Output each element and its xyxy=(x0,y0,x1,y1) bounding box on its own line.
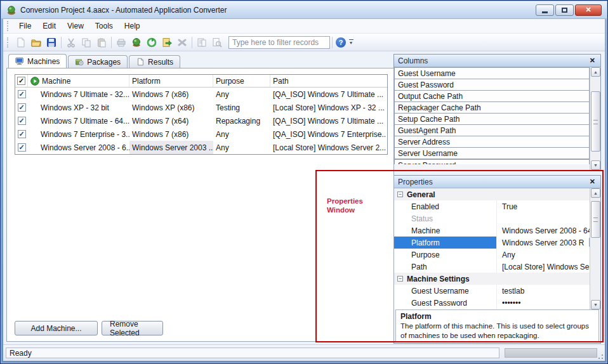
table-row-selected[interactable]: Windows Server 2008 - 6... Windows Serve… xyxy=(15,141,387,154)
help-button[interactable]: ? xyxy=(334,36,347,49)
scroll-thumb[interactable] xyxy=(591,201,600,238)
cut-button[interactable] xyxy=(63,36,79,49)
menu-help[interactable]: Help xyxy=(119,20,146,32)
row-checkbox[interactable] xyxy=(18,117,26,125)
platform-cell-selected[interactable]: Windows Server 2003 ... xyxy=(129,141,213,154)
machines-tab-page: Machine Platform Purpose Path Windows 7 … xyxy=(6,68,394,342)
table-row[interactable]: Windows 7 Ultimate - 64... Windows 7 (x6… xyxy=(15,114,387,127)
column-list-item[interactable]: Repackager Cache Path xyxy=(394,101,590,114)
column-list-item[interactable]: Output Cache Path xyxy=(394,90,590,102)
collapse-icon[interactable]: − xyxy=(397,276,403,282)
run-conversion-button[interactable] xyxy=(144,36,159,49)
new-project-button[interactable] xyxy=(13,36,29,49)
property-value[interactable]: [Local Store] Windows Ser xyxy=(497,261,600,273)
menu-edit[interactable]: Edit xyxy=(37,20,62,32)
column-list-item-partial[interactable]: Server Password xyxy=(394,159,590,164)
menu-file[interactable]: File xyxy=(13,20,37,32)
property-group-machine-settings[interactable]: − Machine Settings xyxy=(394,273,600,285)
title-bar[interactable]: Conversion Project 4.aacx - Automated Ap… xyxy=(1,1,607,19)
package-button[interactable] xyxy=(129,36,144,49)
path-cell: [QA_ISO] Windows 7 Ultimate ... xyxy=(270,114,386,127)
preview-button[interactable] xyxy=(209,36,225,49)
property-row-platform-selected[interactable]: Platform Windows Server 2003 R ▼ xyxy=(394,237,600,249)
purpose-cell: Any xyxy=(213,88,270,101)
tab-packages[interactable]: Packages xyxy=(68,55,128,68)
property-name: Guest Username xyxy=(394,285,497,297)
scroll-down-icon[interactable]: ▼ xyxy=(591,160,600,170)
property-value[interactable]: Any xyxy=(497,249,600,261)
save-project-button[interactable] xyxy=(44,36,59,49)
column-list-item[interactable]: Guest Username xyxy=(394,67,590,79)
property-value[interactable]: testlab xyxy=(497,285,600,297)
open-project-button[interactable] xyxy=(29,36,44,49)
chevron-down-icon: ▾ xyxy=(350,41,352,45)
column-list-item[interactable]: Setup Cache Path xyxy=(394,113,590,125)
row-checkbox[interactable] xyxy=(18,103,26,112)
export-button[interactable] xyxy=(159,36,175,49)
column-header-platform: Platform xyxy=(129,75,213,87)
columns-scrollbar[interactable]: ▲ ▼ xyxy=(590,67,600,170)
scroll-thumb[interactable] xyxy=(591,91,600,152)
column-list-item[interactable]: GuestAgent Path xyxy=(394,124,590,136)
column-list-item[interactable]: Server Username xyxy=(394,147,590,159)
property-row[interactable]: Purpose Any xyxy=(394,249,600,261)
stop-x-icon xyxy=(177,37,187,48)
platform-value-text: Windows Server 2003 R xyxy=(502,238,584,247)
properties-scrollbar[interactable]: ▲ ▼ xyxy=(590,188,600,309)
machine-cell: Windows Server 2008 - 6... xyxy=(28,141,129,154)
tab-machines[interactable]: Machines xyxy=(8,54,67,68)
table-row[interactable]: Windows 7 Enterprise - 3... Windows 7 (x… xyxy=(15,127,387,141)
toolbar-overflow-button[interactable]: ▾ xyxy=(347,36,355,49)
row-checkbox[interactable] xyxy=(18,143,26,152)
row-checkbox[interactable] xyxy=(18,130,26,138)
close-icon[interactable]: ✕ xyxy=(588,178,597,186)
remove-selected-button[interactable]: Remove Selected xyxy=(102,321,163,335)
minimize-button[interactable] xyxy=(536,4,554,16)
property-row[interactable]: Machine Windows Server 2008 - 64 xyxy=(394,224,600,237)
close-icon[interactable]: ✕ xyxy=(588,56,597,65)
copy-button[interactable] xyxy=(79,36,94,49)
column-list-item[interactable]: Server Address xyxy=(394,136,590,148)
resize-grip[interactable] xyxy=(596,352,604,360)
column-list-item[interactable]: Guest Password xyxy=(394,79,590,91)
filter-records-input[interactable] xyxy=(228,36,330,49)
property-value[interactable]: Windows Server 2003 R ▼ xyxy=(497,237,600,249)
property-value[interactable]: ••••••• xyxy=(497,297,600,309)
paste-button[interactable] xyxy=(94,36,109,49)
stop-button[interactable] xyxy=(175,36,190,49)
columns-panel: Columns ✕ Guest Username Guest Password … xyxy=(393,54,601,171)
table-row[interactable]: Windows XP - 32 bit Windows XP (x86) Tes… xyxy=(15,101,387,114)
table-header-row[interactable]: Machine Platform Purpose Path xyxy=(15,75,387,88)
property-group-general[interactable]: − General xyxy=(394,188,600,200)
collapse-icon[interactable]: − xyxy=(397,192,403,197)
scroll-down-icon[interactable]: ▼ xyxy=(591,300,600,309)
dock-machine-button[interactable] xyxy=(114,36,129,49)
package-icon xyxy=(131,37,142,48)
scroll-up-icon[interactable]: ▲ xyxy=(591,67,600,77)
select-all-checkbox[interactable] xyxy=(17,77,25,85)
refresh-run-icon xyxy=(147,37,157,48)
property-value[interactable]: True xyxy=(497,200,600,212)
paste-clipboard-icon xyxy=(96,37,107,48)
add-machine-button[interactable]: Add Machine... xyxy=(15,321,98,335)
columns-panel-titlebar[interactable]: Columns ✕ xyxy=(394,55,600,67)
toolbar-grip xyxy=(7,37,10,48)
property-row[interactable]: Enabled True xyxy=(394,200,600,212)
report-button[interactable] xyxy=(194,36,209,49)
maximize-button[interactable] xyxy=(555,4,574,16)
results-tab-icon xyxy=(136,58,145,66)
menu-view[interactable]: View xyxy=(62,20,89,32)
property-row[interactable]: Guest Username testlab xyxy=(394,285,600,297)
close-button[interactable]: ✕ xyxy=(575,4,602,16)
scroll-up-icon[interactable]: ▲ xyxy=(591,188,600,198)
property-value[interactable]: Windows Server 2008 - 64 xyxy=(497,224,600,237)
tab-results[interactable]: Results xyxy=(129,55,180,68)
row-checkbox[interactable] xyxy=(18,90,26,98)
properties-panel-titlebar[interactable]: Properties ✕ xyxy=(394,176,600,188)
property-row[interactable]: Path [Local Store] Windows Ser xyxy=(394,261,600,273)
tab-strip: Machines Packages Results xyxy=(8,55,180,68)
menu-tools[interactable]: Tools xyxy=(89,20,119,32)
copy-icon xyxy=(81,37,91,48)
table-row[interactable]: Windows 7 Ultimate - 32... Windows 7 (x8… xyxy=(15,88,387,101)
property-row[interactable]: Guest Password ••••••• xyxy=(394,297,600,309)
